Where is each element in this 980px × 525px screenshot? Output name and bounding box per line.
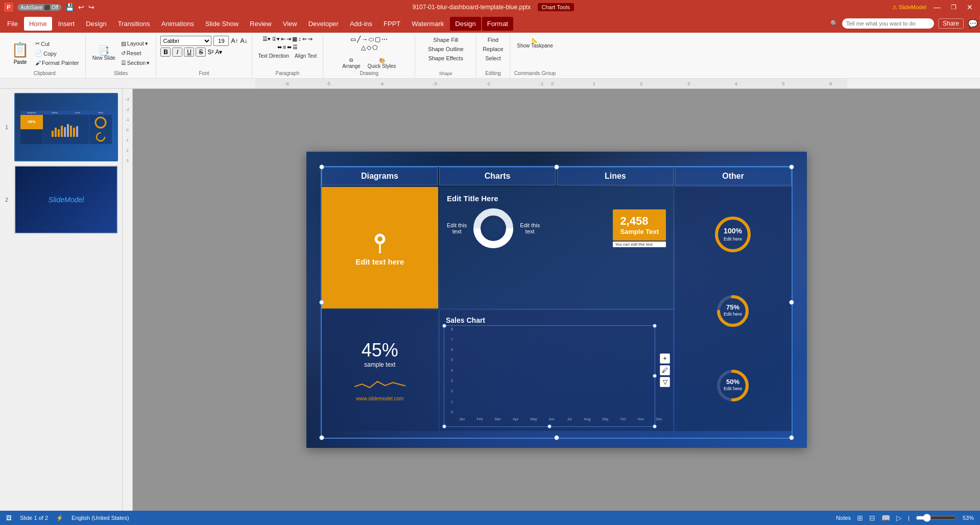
section-button[interactable]: ☰ Section ▾	[119, 59, 152, 67]
font-name-select[interactable]: Calibri	[160, 36, 211, 46]
menu-view[interactable]: View	[278, 17, 302, 31]
chart-style-btn[interactable]: 🖊	[660, 365, 670, 375]
font-grow-icon[interactable]: A↑	[231, 37, 238, 44]
shape-effects-btn[interactable]: Shape Effects	[426, 54, 465, 62]
canvas-area[interactable]: Diagrams Charts Lines Other	[133, 89, 980, 511]
charts-bottom-cell[interactable]: Sales Chart	[440, 310, 673, 432]
col-btn[interactable]: ▦	[292, 36, 297, 42]
text-direction-btn[interactable]: Text Direction	[256, 52, 292, 60]
slide-sorter-btn[interactable]: ⊟	[869, 514, 875, 522]
rect-shape[interactable]: ▭	[350, 36, 356, 43]
triangle-shape[interactable]: △	[361, 44, 366, 51]
numbering-btn[interactable]: ①▾	[272, 36, 280, 42]
chart-handle-bc[interactable]	[547, 424, 552, 428]
show-taskpane-button[interactable]: 📐 Show Taskpane	[514, 36, 555, 50]
indent-less-btn[interactable]: ⇤	[281, 36, 285, 42]
menu-transitions[interactable]: Transitions	[113, 17, 155, 31]
align-text-btn[interactable]: Align Text	[293, 52, 319, 60]
ltr-btn[interactable]: ⇒	[308, 36, 313, 42]
chart-handle-bl[interactable]	[442, 424, 446, 428]
tick2: 2	[123, 145, 132, 155]
strike-button[interactable]: S	[196, 47, 206, 57]
presenter-view-btn[interactable]: ▷	[896, 514, 902, 522]
menu-review[interactable]: Review	[245, 17, 277, 31]
layout-button[interactable]: ▤ Layout ▾	[119, 39, 152, 48]
slide[interactable]: Diagrams Charts Lines Other	[306, 152, 807, 448]
undo-icon[interactable]: ↩	[78, 3, 84, 11]
align-center-btn[interactable]: ≡	[283, 44, 286, 51]
close-btn[interactable]: ✕	[964, 3, 976, 11]
menu-fppt[interactable]: FPPT	[378, 17, 405, 31]
menu-developer[interactable]: Developer	[303, 17, 344, 31]
find-button[interactable]: Find	[486, 36, 500, 44]
rtl-btn[interactable]: ⇐	[302, 36, 307, 42]
oval-shape[interactable]: ⬭	[369, 36, 374, 43]
chart-add-btn[interactable]: +	[660, 353, 670, 364]
bullets-btn[interactable]: ☰▾	[262, 36, 271, 42]
other-cell[interactable]: 100% Edit here 75% Edit here	[675, 187, 792, 431]
replace-button[interactable]: Replace	[481, 45, 505, 53]
menu-insert[interactable]: Insert	[53, 17, 80, 31]
menu-animations[interactable]: Animations	[156, 17, 199, 31]
format-painter-button[interactable]: 🖌 Format Painter	[33, 59, 81, 67]
font-shrink-icon[interactable]: A↓	[241, 37, 248, 44]
paste-button[interactable]: 📋 Paste	[8, 39, 32, 67]
reading-view-btn[interactable]: 📖	[881, 514, 890, 522]
shadow-button[interactable]: S²	[207, 49, 213, 56]
menu-file[interactable]: File	[2, 17, 23, 31]
arrange-button[interactable]: ⧉ Arrange	[340, 56, 363, 70]
notes-btn[interactable]: Notes	[836, 515, 851, 521]
save-icon[interactable]: 💾	[65, 3, 74, 11]
menu-watermark[interactable]: Watermark	[407, 17, 449, 31]
comments-icon[interactable]: 💬	[968, 19, 978, 29]
menu-design[interactable]: Design	[81, 17, 111, 31]
italic-button[interactable]: I	[172, 47, 182, 57]
align-right-btn[interactable]: ⬌	[287, 44, 292, 51]
arrow-shape[interactable]: →	[362, 36, 368, 43]
shape-more[interactable]: ⋯	[381, 36, 388, 43]
slide-thumb-2[interactable]: SlideModel	[14, 165, 118, 234]
tell-me-input[interactable]	[842, 18, 934, 29]
slide-thumb-1[interactable]: Diagrams Charts Lines Other 45%	[14, 93, 118, 161]
kpi-note[interactable]: You can edit this text	[613, 242, 666, 247]
diagrams-bottom-cell[interactable]: 45% sample text www.slidemodel.com	[322, 310, 439, 432]
redo-icon[interactable]: ↪	[88, 3, 94, 11]
menu-slideshow[interactable]: Slide Show	[200, 17, 244, 31]
underline-button[interactable]: U	[184, 47, 194, 57]
line-shape[interactable]: ╱	[357, 36, 361, 43]
rounded-rect[interactable]: ▢	[375, 36, 380, 43]
normal-view-btn[interactable]: ⊞	[857, 514, 863, 522]
shape-fill-btn[interactable]: Shape Fill	[431, 36, 460, 44]
menu-format[interactable]: Format	[482, 17, 513, 31]
charts-top-cell[interactable]: Edit Title Here Edit thistext Edit thist…	[440, 187, 673, 308]
justify-btn[interactable]: ☰	[293, 44, 298, 51]
chart-handle-br[interactable]	[653, 424, 657, 428]
pentagon-shape[interactable]: ⬠	[372, 44, 377, 51]
reset-button[interactable]: ↺ Reset	[119, 49, 152, 58]
menu-design2[interactable]: Design	[450, 17, 481, 31]
restore-btn[interactable]: ❐	[948, 4, 960, 11]
font-color-btn[interactable]: A▾	[215, 49, 222, 56]
select-button[interactable]: Select	[483, 54, 503, 62]
zoom-slider[interactable]	[916, 514, 957, 522]
chart-filter-btn[interactable]: ▽	[660, 377, 670, 387]
new-slide-button[interactable]: 📑 New Slide	[90, 44, 118, 62]
bold-button[interactable]: B	[160, 47, 171, 57]
indent-more-btn[interactable]: ⇥	[286, 36, 291, 42]
diamond-shape[interactable]: ◇	[367, 44, 371, 51]
menu-addins[interactable]: Add-ins	[345, 17, 377, 31]
font-size-input[interactable]	[213, 36, 229, 46]
copy-button[interactable]: 📄 Copy	[33, 49, 81, 58]
header-charts: Charts	[439, 167, 556, 185]
shape-outline-btn[interactable]: Shape Outline	[426, 45, 466, 53]
align-left-btn[interactable]: ⬌	[277, 44, 282, 51]
quick-styles-button[interactable]: 🎨 Quick Styles	[365, 56, 399, 70]
kpi-box[interactable]: 2,458 Sample Text	[613, 209, 666, 241]
share-btn[interactable]: Share	[938, 18, 964, 29]
minimize-btn[interactable]: —	[930, 3, 944, 11]
diagrams-top-cell[interactable]: Edit text here	[322, 187, 439, 308]
cut-button[interactable]: ✂ Cut	[33, 39, 81, 48]
menu-home[interactable]: Home	[24, 17, 52, 31]
autosave-toggle[interactable]: AutoSave ⬛ Off	[17, 4, 61, 11]
spacing-btn[interactable]: ↕	[298, 36, 301, 42]
